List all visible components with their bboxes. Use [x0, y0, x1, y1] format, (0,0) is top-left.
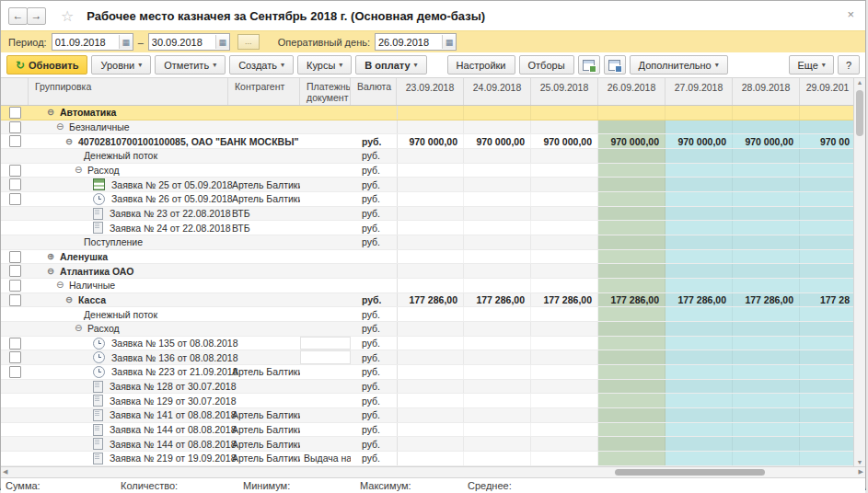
- table-row[interactable]: Заявка № 128 от 30.07.2018руб.: [1, 380, 853, 395]
- vertical-scroll-thumb[interactable]: [856, 90, 863, 136]
- column-header-contragent[interactable]: Контрагент: [228, 78, 300, 105]
- table-row[interactable]: ⊖Расходруб.: [1, 322, 853, 337]
- table-row[interactable]: ⊕Аленушка: [1, 250, 853, 265]
- table-row[interactable]: Заявка № 144 от 08.08.2018Артель Балтики…: [1, 423, 853, 438]
- collapse-icon[interactable]: ⊖: [47, 267, 57, 276]
- collapse-icon[interactable]: ⊖: [65, 137, 75, 146]
- column-header-group[interactable]: Группировка: [29, 78, 228, 105]
- more-button[interactable]: Дополнительно▾: [630, 55, 728, 75]
- table-row[interactable]: ⊖Расходруб.: [1, 164, 853, 178]
- column-header-date[interactable]: 25.09.2018: [531, 78, 598, 105]
- load-appearance-button[interactable]: [578, 55, 600, 75]
- row-checkbox[interactable]: [9, 265, 21, 277]
- table-row[interactable]: ⊖Наличные: [1, 279, 853, 293]
- amount-cell: [800, 322, 853, 336]
- table-row[interactable]: Заявка № 136 от 08.08.2018руб.: [1, 350, 853, 365]
- amount-cell: [531, 452, 598, 465]
- refresh-button[interactable]: ↻ Обновить: [6, 55, 87, 75]
- table-row[interactable]: Заявка № 144 от 08.08.2018Артель Балтики…: [1, 437, 853, 452]
- checkbox-cell: [1, 106, 29, 120]
- row-checkbox[interactable]: [9, 351, 21, 363]
- column-header-date[interactable]: 29.09.201: [800, 78, 855, 105]
- column-header-date[interactable]: 28.09.2018: [733, 78, 800, 105]
- back-button[interactable]: ←: [8, 7, 28, 25]
- column-header-date[interactable]: 24.09.2018: [464, 78, 531, 105]
- horizontal-scrollbar[interactable]: ◀ ▶: [1, 466, 865, 478]
- create-button[interactable]: Создать▾: [229, 55, 294, 75]
- scroll-up-icon[interactable]: ▲: [854, 79, 865, 86]
- filters-button[interactable]: Отборы: [519, 55, 574, 75]
- period-from-input[interactable]: [52, 35, 119, 49]
- horizontal-scroll-thumb[interactable]: [615, 469, 765, 476]
- table-row[interactable]: Денежный потокруб.: [1, 307, 853, 322]
- amount-cell: [464, 106, 531, 120]
- table-row[interactable]: Поступлениеруб.: [1, 235, 853, 250]
- mark-button[interactable]: Отметить▾: [155, 55, 226, 75]
- collapse-icon[interactable]: ⊖: [47, 108, 57, 117]
- table-row[interactable]: Заявка № 25 от 05.09.2018Артель Балтикир…: [1, 178, 853, 192]
- help-button[interactable]: ?: [838, 55, 860, 75]
- period-select-button[interactable]: ...: [237, 34, 260, 50]
- collapse-icon[interactable]: ⊖: [75, 166, 85, 175]
- calendar-icon[interactable]: ▦: [442, 35, 456, 49]
- to-pay-button[interactable]: В оплату▾: [355, 55, 426, 75]
- levels-button[interactable]: Уровни▾: [91, 55, 151, 75]
- table-row[interactable]: Заявка № 26 от 05.09.2018Артель Балтикир…: [1, 192, 853, 207]
- scroll-down-icon[interactable]: ▼: [854, 459, 865, 465]
- calendar-icon[interactable]: ▦: [215, 35, 229, 49]
- table-row[interactable]: Заявка № 23 от 22.08.2018ВТБруб.: [1, 207, 853, 222]
- period-to-input[interactable]: [149, 35, 215, 49]
- close-icon[interactable]: ×: [847, 7, 854, 21]
- row-checkbox[interactable]: [9, 280, 21, 292]
- expand-icon[interactable]: ⊕: [47, 252, 57, 261]
- table-row[interactable]: Заявка № 141 от 08.08.2018Артель Балтики…: [1, 408, 853, 423]
- table-row[interactable]: ⊖Безналичные: [1, 120, 853, 135]
- etc-button[interactable]: Еще▾: [789, 55, 833, 75]
- table-row[interactable]: Заявка № 24 от 22.08.2018ВТБруб.: [1, 221, 853, 235]
- row-checkbox[interactable]: [9, 178, 21, 190]
- row-checkbox[interactable]: [9, 121, 21, 133]
- table-row[interactable]: Денежный потокруб.: [1, 149, 853, 164]
- row-checkbox[interactable]: [9, 338, 21, 350]
- row-checkbox[interactable]: [9, 294, 21, 306]
- row-checkbox[interactable]: [9, 135, 21, 147]
- amount-cell: 970 000,00: [464, 134, 531, 148]
- forward-button[interactable]: →: [27, 7, 46, 25]
- save-appearance-button[interactable]: [604, 55, 626, 75]
- amount-cell: [464, 452, 531, 465]
- column-header-date[interactable]: 26.09.2018: [598, 78, 665, 105]
- paydoc-cell[interactable]: [300, 350, 351, 364]
- settings-button[interactable]: Настройки: [447, 55, 515, 75]
- row-checkbox[interactable]: [9, 251, 21, 263]
- table-row[interactable]: Заявка № 219 от 19.09.2018Артель Балтики…: [1, 452, 853, 466]
- opday-label: Оперативный день:: [278, 37, 370, 48]
- treasury-grid: Группировка Контрагент Платежный докумен…: [1, 77, 865, 466]
- row-checkbox[interactable]: [9, 107, 21, 119]
- scroll-left-icon[interactable]: ◀: [3, 468, 7, 476]
- collapse-icon[interactable]: ⊖: [75, 324, 85, 333]
- opday-input[interactable]: [376, 35, 442, 49]
- calendar-icon[interactable]: ▦: [119, 35, 133, 49]
- rates-button[interactable]: Курсы▾: [297, 55, 352, 75]
- collapse-icon[interactable]: ⊖: [65, 295, 75, 304]
- table-row[interactable]: ⊖Кассаруб.177 286,00177 286,00177 286,00…: [1, 293, 853, 308]
- collapse-icon[interactable]: ⊖: [56, 281, 66, 290]
- column-header-currency[interactable]: Валюта: [351, 78, 397, 105]
- column-header-date[interactable]: 23.09.2018: [397, 78, 464, 105]
- table-row[interactable]: Заявка № 223 от 21.09.2018Артель Балтики…: [1, 365, 853, 380]
- row-checkbox[interactable]: [9, 165, 21, 177]
- column-header-date[interactable]: 27.09.2018: [665, 78, 733, 105]
- table-row[interactable]: ⊖40702810700100100085, ОАО "БАНК МОСКВЫ"…: [1, 134, 853, 149]
- row-checkbox[interactable]: [9, 366, 21, 378]
- column-header-paydoc[interactable]: Платежный документ: [300, 78, 351, 105]
- table-row[interactable]: ⊖Автоматика: [1, 106, 853, 120]
- table-row[interactable]: Заявка № 129 от 30.07.2018руб.: [1, 394, 853, 408]
- vertical-scrollbar[interactable]: ▲ ▼: [853, 78, 865, 466]
- row-checkbox[interactable]: [9, 193, 21, 205]
- table-row[interactable]: Заявка № 135 от 08.08.2018руб.: [1, 337, 853, 351]
- scroll-right-icon[interactable]: ▶: [859, 468, 863, 476]
- collapse-icon[interactable]: ⊖: [56, 122, 66, 132]
- table-row[interactable]: ⊖Атлантика ОАО: [1, 264, 853, 279]
- favorite-star-icon[interactable]: ☆: [61, 7, 74, 25]
- paydoc-cell[interactable]: [300, 337, 351, 350]
